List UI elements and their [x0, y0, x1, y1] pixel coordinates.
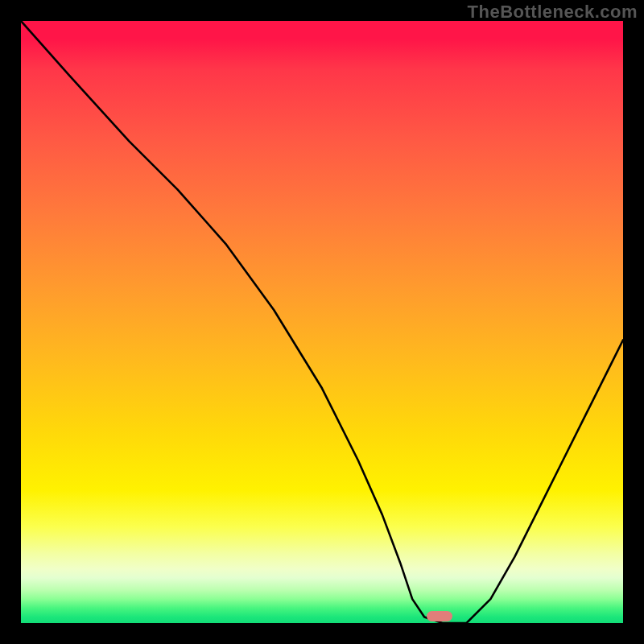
plot-area [21, 21, 623, 623]
curve-path [21, 21, 623, 623]
chart-frame: TheBottleneck.com [0, 0, 644, 644]
watermark-label: TheBottleneck.com [468, 2, 638, 23]
optimal-marker [427, 611, 452, 621]
bottleneck-curve [21, 21, 623, 623]
